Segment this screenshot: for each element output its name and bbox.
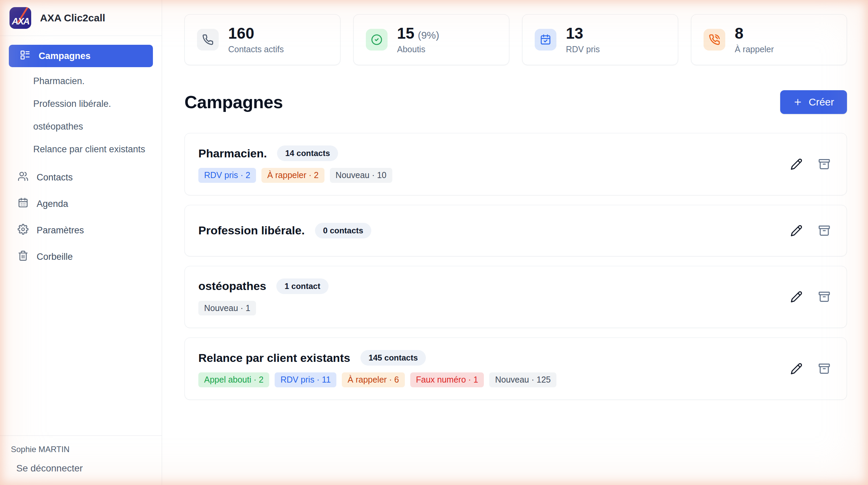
stats-row: 160 Contacts actifs 15(9%) Aboutis — [184, 14, 847, 65]
create-button-label: Créer — [809, 96, 834, 108]
pencil-icon — [790, 363, 803, 375]
stat-card-a-rappeler: 8 À rappeler — [691, 14, 847, 65]
stat-suffix: (9%) — [418, 30, 439, 41]
sidebar-header: AXA AXA Clic2call — [0, 0, 162, 36]
campaign-card-profession-liberale[interactable]: Profession libérale. 0 contacts — [184, 205, 847, 256]
campaign-card-osteopathes[interactable]: ostéopathes 1 contact Nouveau · 1 — [184, 266, 847, 328]
sidebar-item-label: Paramètres — [37, 225, 84, 236]
pencil-icon — [790, 225, 803, 237]
stat-value: 8 — [735, 25, 774, 41]
status-badge-a-rappeler: À rappeler · 6 — [342, 372, 405, 387]
sub-item-label: Profession libérale. — [33, 99, 111, 109]
card-actions — [790, 291, 830, 303]
stat-card-rdv-pris: 13 RDV pris — [522, 14, 678, 65]
sidebar-item-label: Corbeille — [37, 252, 73, 262]
trash-icon — [18, 250, 28, 264]
campaign-card-relance[interactable]: Relance par client existants 145 contact… — [184, 337, 847, 400]
edit-button[interactable] — [790, 363, 803, 375]
edit-button[interactable] — [790, 158, 803, 170]
main-content: 160 Contacts actifs 15(9%) Aboutis — [162, 0, 868, 485]
campaign-name: Profession libérale. — [198, 224, 305, 237]
stat-value: 160 — [228, 25, 284, 41]
axa-logo: AXA — [9, 7, 31, 29]
sidebar-item-label: Agenda — [37, 199, 68, 209]
phone-icon — [197, 29, 219, 51]
stat-texts: 15(9%) Aboutis — [397, 25, 439, 54]
status-badge-faux-numero: Faux numéro · 1 — [410, 372, 484, 387]
sidebar-subitem-relance[interactable]: Relance par client existants — [0, 138, 162, 161]
archive-button[interactable] — [818, 225, 830, 237]
sidebar-item-label: Campagnes — [39, 51, 91, 61]
campaign-name: Relance par client existants — [198, 351, 350, 365]
app-title: AXA Clic2call — [40, 12, 105, 24]
sidebar-item-parametres[interactable]: Paramètres — [0, 219, 162, 241]
stat-card-aboutis: 15(9%) Aboutis — [353, 14, 509, 65]
status-badge-nouveau: Nouveau · 1 — [198, 301, 256, 316]
stat-value: 15(9%) — [397, 25, 439, 41]
stat-label: À rappeler — [735, 44, 774, 54]
sub-item-label: ostéopathes — [33, 121, 83, 132]
sidebar: AXA AXA Clic2call Campagnes — [0, 0, 162, 485]
campaign-list: Pharmacien. 14 contacts RDV pris · 2 À r… — [184, 133, 847, 400]
status-badge-a-rappeler: À rappeler · 2 — [261, 168, 324, 183]
page-title: Campagnes — [184, 92, 283, 112]
stat-label: Aboutis — [397, 44, 439, 54]
edit-button[interactable] — [790, 291, 803, 303]
pencil-icon — [790, 158, 803, 170]
card-actions — [790, 158, 830, 170]
edit-button[interactable] — [790, 225, 803, 237]
sidebar-item-agenda[interactable]: Agenda — [0, 193, 162, 215]
status-badges: Nouveau · 1 — [198, 301, 833, 316]
sidebar-item-corbeille[interactable]: Corbeille — [0, 246, 162, 268]
stat-label: RDV pris — [566, 44, 600, 54]
card-title-row: ostéopathes 1 contact — [198, 278, 833, 294]
gear-icon — [18, 224, 28, 237]
campaign-card-pharmacien[interactable]: Pharmacien. 14 contacts RDV pris · 2 À r… — [184, 133, 847, 195]
card-actions — [790, 363, 830, 375]
create-button[interactable]: Créer — [780, 90, 847, 114]
stat-card-contacts-actifs: 160 Contacts actifs — [184, 14, 340, 65]
stat-texts: 160 Contacts actifs — [228, 25, 284, 54]
logout-button[interactable]: Se déconnecter — [16, 463, 83, 474]
sidebar-item-campagnes[interactable]: Campagnes — [9, 45, 153, 67]
archive-icon — [818, 225, 830, 237]
card-actions — [790, 225, 830, 237]
heading-row: Campagnes Créer — [184, 90, 847, 114]
plus-icon — [793, 97, 803, 107]
app-window: AXA AXA Clic2call Campagnes — [0, 0, 868, 485]
pencil-icon — [790, 291, 803, 303]
status-badges: RDV pris · 2 À rappeler · 2 Nouveau · 10 — [198, 168, 833, 183]
status-badges: Appel abouti · 2 RDV pris · 11 À rappele… — [198, 372, 833, 387]
sub-item-label: Pharmacien. — [33, 76, 85, 86]
status-badge-nouveau: Nouveau · 125 — [489, 372, 556, 387]
archive-icon — [818, 291, 830, 303]
archive-button[interactable] — [818, 291, 830, 303]
axa-logo-text: AXA — [12, 16, 29, 27]
sidebar-subitem-pharmacien[interactable]: Pharmacien. — [0, 70, 162, 93]
stat-label: Contacts actifs — [228, 44, 284, 54]
archive-icon — [818, 158, 830, 170]
archive-button[interactable] — [818, 363, 830, 375]
sidebar-subitem-osteopathes[interactable]: ostéopathes — [0, 115, 162, 138]
sub-item-label: Relance par client existants — [33, 144, 145, 155]
check-circle-icon — [366, 29, 388, 51]
status-badge-nouveau: Nouveau · 10 — [330, 168, 392, 183]
status-badge-appel-abouti: Appel abouti · 2 — [198, 372, 269, 387]
status-badge-rdv-pris: RDV pris · 11 — [275, 372, 336, 387]
card-title-row: Pharmacien. 14 contacts — [198, 146, 833, 161]
stat-value: 13 — [566, 25, 600, 41]
contacts-count-pill: 0 contacts — [315, 223, 372, 238]
card-title-row: Relance par client existants 145 contact… — [198, 350, 833, 366]
card-title-row: Profession libérale. 0 contacts — [198, 223, 833, 238]
contacts-count-pill: 14 contacts — [277, 146, 338, 161]
campaign-sub-list: Pharmacien. Profession libérale. ostéopa… — [0, 67, 162, 162]
stat-texts: 13 RDV pris — [566, 25, 600, 54]
sidebar-subitem-profession-liberale[interactable]: Profession libérale. — [0, 93, 162, 115]
user-name: Sophie MARTIN — [11, 445, 162, 454]
archive-icon — [818, 363, 830, 375]
calendar-icon — [18, 197, 28, 211]
sidebar-item-contacts[interactable]: Contacts — [0, 166, 162, 189]
contacts-count-pill: 145 contacts — [360, 350, 426, 366]
archive-button[interactable] — [818, 158, 830, 170]
contacts-count-pill: 1 contact — [276, 278, 328, 294]
